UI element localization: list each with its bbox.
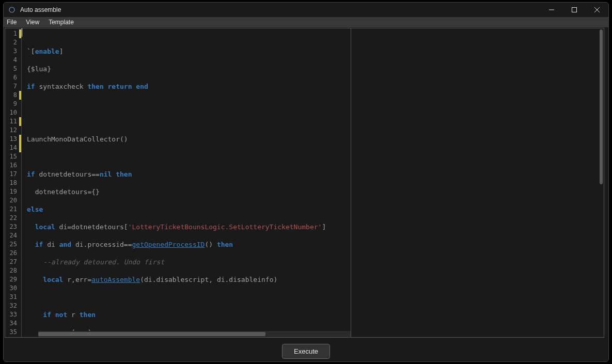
line-number: 35	[5, 328, 21, 337]
svg-rect-2	[572, 8, 577, 12]
line-number: 29	[5, 275, 21, 284]
scrollbar-thumb[interactable]	[38, 332, 265, 336]
vertical-scrollbar[interactable]	[599, 28, 604, 331]
line-number: 12	[5, 126, 21, 135]
line-number: 15	[5, 152, 21, 161]
line-number: 21	[5, 205, 21, 214]
window-controls	[540, 3, 608, 17]
line-number: 2	[5, 38, 21, 47]
line-number: 20	[5, 196, 21, 205]
line-number: 4	[5, 56, 21, 65]
line-number: 10	[5, 108, 21, 117]
footer: Execute	[4, 341, 608, 361]
line-number: 31	[5, 293, 21, 302]
app-icon	[8, 6, 16, 14]
menu-file[interactable]: File	[7, 19, 17, 26]
menu-template[interactable]: Template	[49, 19, 74, 26]
line-number: 13	[5, 135, 21, 144]
close-button[interactable]	[586, 3, 608, 17]
editor: 1234567891011121314151617181920212223242…	[5, 28, 351, 337]
line-number: 9	[5, 100, 21, 108]
preview-pane	[351, 28, 604, 337]
text-caret	[22, 28, 22, 37]
scrollbar-thumb[interactable]	[600, 29, 603, 184]
horizontal-scrollbar[interactable]	[38, 331, 351, 337]
line-number: 5	[5, 65, 21, 73]
line-number: 18	[5, 179, 21, 187]
minimize-button[interactable]	[540, 3, 563, 17]
menu-view[interactable]: View	[26, 19, 39, 26]
line-number: 6	[5, 73, 21, 82]
line-number: 34	[5, 319, 21, 328]
line-number: 24	[5, 231, 21, 240]
line-number: 30	[5, 284, 21, 293]
line-number: 22	[5, 214, 21, 223]
line-number: 23	[5, 223, 21, 231]
line-number: 25	[5, 240, 21, 249]
titlebar[interactable]: Auto assemble	[4, 3, 608, 17]
window-title: Auto assemble	[20, 6, 61, 13]
line-number: 7	[5, 82, 21, 91]
line-number: 33	[5, 310, 21, 319]
line-number: 27	[5, 258, 21, 266]
svg-point-0	[9, 7, 14, 12]
maximize-button[interactable]	[563, 3, 586, 17]
menubar: File View Template	[4, 17, 608, 27]
line-number: 3	[5, 47, 21, 56]
editor-container: 1234567891011121314151617181920212223242…	[5, 28, 604, 338]
window: Auto assemble File View Template 1234567…	[3, 2, 609, 362]
line-number: 1	[5, 29, 21, 38]
line-gutter: 1234567891011121314151617181920212223242…	[5, 28, 22, 337]
line-number: 26	[5, 249, 21, 258]
line-number: 8	[5, 91, 21, 100]
line-number: 16	[5, 161, 21, 170]
code-area[interactable]: `[enable] {$lua} if syntaxcheck then ret…	[22, 28, 351, 337]
line-number: 28	[5, 266, 21, 275]
line-number: 19	[5, 187, 21, 196]
line-number: 11	[5, 117, 21, 126]
line-number: 14	[5, 144, 21, 152]
line-number: 17	[5, 170, 21, 179]
line-number: 32	[5, 302, 21, 310]
execute-button[interactable]: Execute	[282, 344, 330, 359]
